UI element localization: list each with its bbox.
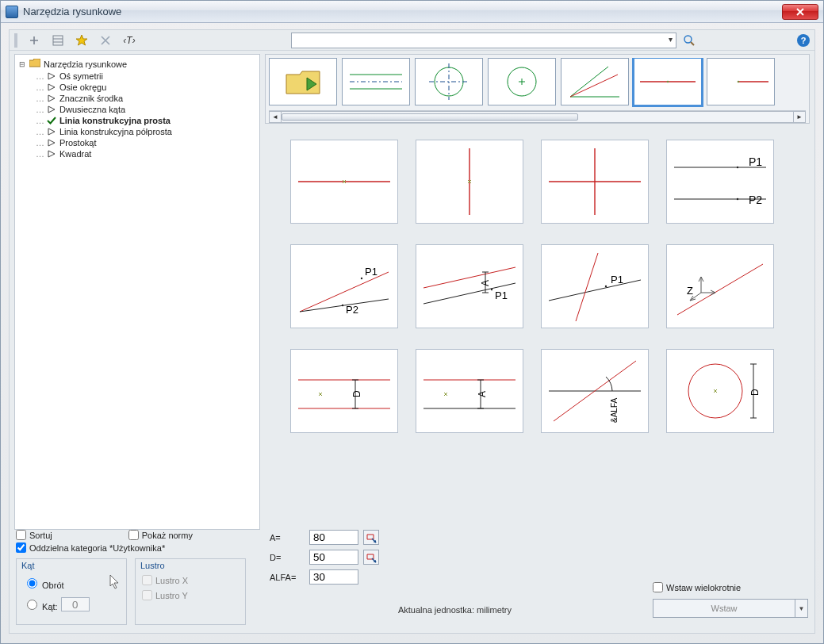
left-options: Sortuj Pokaż normy Oddzielna kategoria *…	[16, 530, 257, 625]
variant-alfa-angle[interactable]: &ALFA	[541, 349, 649, 433]
tree-dots: …	[36, 105, 44, 114]
param-d-input[interactable]	[309, 550, 358, 565]
tree-item[interactable]: …Linia konstrukcyjna półprosta	[17, 126, 258, 137]
insert-multi-checkbox[interactable]: Wstaw wielokrotnie	[653, 582, 808, 592]
thumb-half-line[interactable]	[707, 58, 775, 105]
variant-d-dimension[interactable]: D	[290, 349, 398, 433]
insert-button[interactable]: Wstaw	[653, 599, 795, 618]
tree-root[interactable]: ⊟ Narzędzia rysunkowe	[17, 58, 258, 71]
rotate-radio[interactable]: Obrót	[23, 576, 64, 590]
tree-item-label: Linia konstrukcyjna prosta	[59, 116, 171, 125]
tree-item[interactable]: …Prostokąt	[17, 137, 258, 148]
user-category-checkbox[interactable]: Oddzielna kategoria *Użytkownika*	[16, 542, 165, 553]
main-window: Narzędzia rysunkowe ‹T›	[0, 0, 824, 644]
svg-text:P2: P2	[346, 304, 358, 316]
thumb-bisector[interactable]	[561, 58, 629, 105]
toolbar-grip	[14, 33, 17, 48]
param-d-row: D=	[270, 550, 640, 565]
param-a-row: A=	[270, 530, 640, 545]
svg-point-1	[684, 36, 692, 43]
thumb-axis[interactable]	[342, 58, 410, 105]
svg-point-36	[342, 305, 343, 306]
variant-grid: P1 P2 P1 P2	[290, 140, 784, 433]
tree-item[interactable]: …Kwadrat	[17, 148, 258, 159]
help-button[interactable]: ?	[797, 34, 810, 47]
tree-item-label: Dwusieczna kąta	[59, 105, 125, 114]
insert-button-group: Wstaw ▼	[653, 599, 808, 618]
svg-text:Z: Z	[687, 285, 693, 297]
delete-button[interactable]	[98, 33, 113, 48]
content-frame: ‹T› ? ⊟ Narzędzia rysunkowe	[9, 29, 815, 634]
tree-item[interactable]: …Linia konstrukcyjna prosta	[17, 115, 258, 126]
triangle-icon	[47, 149, 56, 159]
search-icon[interactable]	[683, 34, 696, 47]
preview-panel: ◄ ►	[265, 54, 810, 530]
angle-input[interactable]	[61, 597, 90, 611]
param-a-picker[interactable]	[363, 530, 379, 545]
mirror-x-checkbox[interactable]: Lustro X	[142, 575, 239, 585]
tree-item[interactable]: …Oś symetrii	[17, 71, 258, 82]
search-combo[interactable]	[291, 33, 676, 48]
param-a-input[interactable]	[309, 530, 358, 545]
thumb-scrollbar[interactable]: ◄ ►	[269, 110, 806, 123]
tree-panel[interactable]: ⊟ Narzędzia rysunkowe …Oś symetrii…Osie …	[14, 54, 260, 530]
triangle-icon	[47, 94, 56, 103]
variant-a-dimension[interactable]: A	[416, 349, 523, 433]
triangle-icon	[47, 138, 56, 148]
window-title: Narzędzia rysunkowe	[23, 6, 782, 17]
folder-icon	[29, 59, 40, 70]
svg-text:P1: P1	[495, 289, 508, 301]
close-button[interactable]	[782, 4, 818, 20]
angle-group: Kąt Obrót Kąt:	[16, 558, 127, 625]
param-alfa-input[interactable]	[309, 569, 358, 585]
toolbar: ‹T› ?	[10, 30, 814, 51]
variant-angle-two-points[interactable]: P1 P2	[290, 244, 398, 328]
svg-line-44	[576, 253, 598, 321]
angle-radio[interactable]: Kąt:	[23, 597, 58, 611]
thumb-up-folder[interactable]	[269, 58, 337, 105]
svg-text:A: A	[477, 391, 488, 397]
check-icon	[47, 116, 56, 125]
svg-text:D: D	[749, 389, 761, 396]
variant-perpendicular-p1[interactable]: P1	[541, 244, 649, 328]
list-button[interactable]	[51, 33, 65, 48]
variant-horizontal[interactable]	[290, 140, 398, 224]
triangle-icon	[47, 82, 56, 92]
mirror-y-checkbox[interactable]: Lustro Y	[142, 590, 239, 600]
svg-text:P1: P1	[365, 266, 378, 278]
tree-item[interactable]: …Osie okręgu	[17, 82, 258, 93]
variant-vertical[interactable]	[416, 140, 523, 224]
thumb-circle-axes[interactable]	[415, 58, 483, 105]
variant-z-coord[interactable]: Z	[666, 244, 774, 328]
insert-dropdown[interactable]: ▼	[795, 599, 808, 618]
tree-item-label: Znacznik środka	[59, 94, 123, 103]
add-button[interactable]	[27, 33, 41, 48]
scroll-left[interactable]: ◄	[269, 111, 282, 123]
collapse-icon[interactable]: ⊟	[18, 60, 26, 68]
tree-dots: …	[36, 149, 44, 159]
svg-text:P1: P1	[611, 274, 623, 286]
scroll-thumb[interactable]	[282, 113, 578, 121]
svg-point-15	[667, 81, 669, 83]
tree-item-label: Kwadrat	[59, 149, 91, 159]
tree-root-label: Narzędzia rysunkowe	[44, 59, 127, 69]
svg-rect-0	[53, 36, 63, 45]
text-tool-button[interactable]: ‹T›	[122, 33, 136, 48]
thumb-center-marker[interactable]	[488, 58, 556, 105]
thumb-construction-line[interactable]	[634, 58, 702, 105]
scroll-track[interactable]	[282, 111, 793, 123]
tree-item[interactable]: …Znacznik środka	[17, 93, 258, 104]
show-norms-checkbox[interactable]: Pokaż normy	[128, 530, 193, 540]
variant-circle-d[interactable]: D	[666, 349, 774, 433]
variant-cross[interactable]	[541, 140, 649, 224]
svg-point-34	[361, 278, 362, 279]
variant-two-parallel[interactable]: P1 P2	[666, 140, 774, 224]
param-d-picker[interactable]	[363, 550, 379, 565]
variant-offset-a[interactable]: A P1	[416, 244, 523, 328]
tree-item[interactable]: …Dwusieczna kąta	[17, 104, 258, 115]
scroll-right[interactable]: ►	[793, 111, 806, 123]
tree-item-label: Osie okręgu	[59, 82, 106, 92]
tree-dots: …	[36, 127, 44, 136]
favorite-button[interactable]	[75, 33, 89, 48]
sort-checkbox[interactable]: Sortuj	[16, 530, 52, 540]
